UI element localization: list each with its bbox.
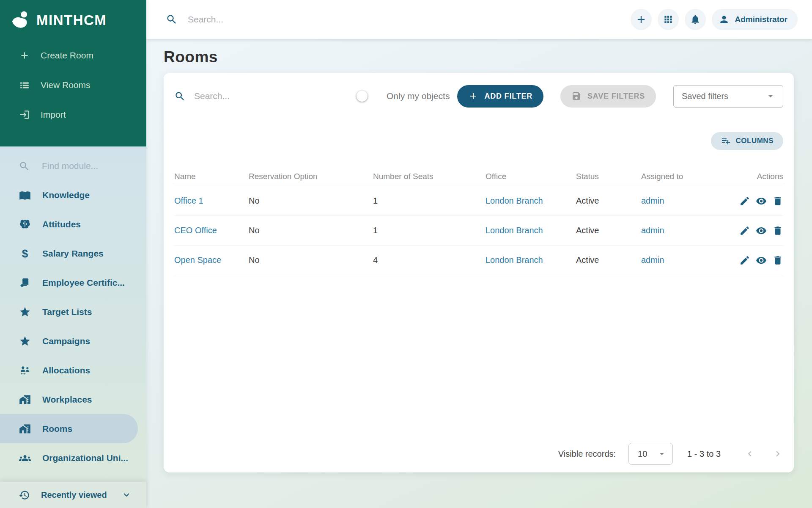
room-name-link[interactable]: Open Space (174, 255, 249, 265)
trash-icon (772, 196, 783, 207)
quick-create-button[interactable] (631, 9, 652, 30)
sidebar-item-employee-certifications[interactable]: Employee Certific... (0, 268, 146, 297)
column-header-office[interactable]: Office (486, 172, 576, 181)
sidebar-item-import[interactable]: Import (0, 100, 146, 130)
search-icon (166, 14, 178, 25)
status-cell: Active (576, 255, 641, 265)
sidebar-item-attitudes[interactable]: Attitudes (0, 210, 146, 239)
eye-icon (756, 225, 767, 236)
trash-icon (772, 255, 783, 266)
user-menu-button[interactable]: Administrator (712, 9, 798, 30)
notifications-bell-icon (690, 14, 701, 25)
edit-button[interactable] (739, 225, 750, 236)
page-size-value: 10 (638, 449, 647, 459)
columns-row: COLUMNS (174, 132, 783, 150)
column-header-name[interactable]: Name (174, 172, 249, 181)
reservation-option-cell: No (249, 226, 373, 235)
chevron-down-icon (121, 489, 132, 500)
number-of-seats-cell: 1 (373, 226, 486, 235)
previous-page-button[interactable] (744, 448, 755, 459)
view-button[interactable] (756, 255, 767, 266)
topbar: Administrator (146, 0, 812, 39)
visible-records-label: Visible records: (558, 449, 616, 459)
caret-down-icon (765, 91, 776, 102)
delete-button[interactable] (772, 255, 783, 266)
list-search (174, 91, 358, 102)
recently-viewed-label: Recently viewed (41, 490, 107, 500)
columns-button[interactable]: COLUMNS (711, 132, 783, 150)
view-button[interactable] (756, 225, 767, 236)
list-icon (19, 79, 30, 91)
room-name-link[interactable]: CEO Office (174, 226, 249, 235)
apps-menu-button[interactable] (658, 9, 679, 30)
recently-viewed-toggle[interactable]: Recently viewed (0, 482, 146, 508)
only-my-objects-label: Only my objects (387, 91, 450, 101)
records-range: 1 - 3 to 3 (687, 449, 721, 459)
view-button[interactable] (756, 196, 767, 207)
edit-button[interactable] (739, 255, 750, 266)
sidebar-item-label: Target Lists (42, 307, 92, 317)
sidebar-item-view-rooms[interactable]: View Rooms (0, 70, 146, 100)
save-filters-button[interactable]: SAVE FILTERS (560, 85, 656, 108)
page-size-select[interactable]: 10 (628, 443, 673, 465)
number-of-seats-cell: 4 (373, 255, 486, 265)
add-filter-label: ADD FILTER (484, 92, 532, 101)
next-page-button[interactable] (772, 448, 783, 459)
assigned-to-link[interactable]: admin (641, 226, 726, 235)
table-row: Open Space No 4 London Branch Active adm… (174, 246, 783, 275)
column-header-status[interactable]: Status (576, 172, 641, 181)
sidebar-item-target-lists[interactable]: Target Lists (0, 297, 146, 326)
column-header-assigned-to[interactable]: Assigned to (641, 172, 726, 181)
add-filter-button[interactable]: ADD FILTER (457, 85, 543, 108)
office-link[interactable]: London Branch (486, 196, 576, 206)
assigned-to-link[interactable]: admin (641, 196, 726, 206)
notifications-button[interactable] (685, 9, 706, 30)
sidebar-item-label: Organizational Uni... (42, 453, 128, 463)
eye-icon (756, 196, 767, 207)
sidebar-item-create-room[interactable]: Create Room (0, 41, 146, 70)
people-transfer-icon (19, 364, 31, 377)
column-header-reservation-option[interactable]: Reservation Option (249, 172, 373, 181)
star-icon (19, 306, 31, 318)
find-module[interactable] (0, 152, 146, 180)
pencil-icon (739, 196, 750, 207)
find-module-input[interactable] (41, 160, 130, 171)
sidebar-item-workplaces[interactable]: Workplaces (0, 385, 146, 414)
save-icon (571, 91, 582, 101)
office-link[interactable]: London Branch (486, 226, 576, 235)
pencil-icon (739, 255, 750, 266)
delete-button[interactable] (772, 225, 783, 236)
certificate-icon (19, 276, 31, 289)
only-my-objects: Only my objects (358, 91, 450, 101)
column-header-number-of-seats[interactable]: Number of Seats (373, 172, 486, 181)
sidebar-item-organizational-units[interactable]: Organizational Uni... (0, 443, 146, 472)
sidebar-item-salary-ranges[interactable]: $ Salary Ranges (0, 239, 146, 268)
trash-icon (772, 225, 783, 236)
app-logo[interactable]: MINTHCM (0, 0, 146, 31)
plus-icon (19, 50, 30, 61)
office-link[interactable]: London Branch (486, 255, 576, 265)
assigned-to-link[interactable]: admin (641, 255, 726, 265)
sidebar-item-allocations[interactable]: Allocations (0, 356, 146, 385)
action-menu: Create Room View Rooms Import (0, 41, 146, 130)
list-search-input[interactable] (193, 91, 295, 102)
eye-icon (756, 255, 767, 266)
groups-icon (19, 452, 31, 464)
sidebar-item-label: Attitudes (42, 219, 81, 229)
room-name-link[interactable]: Office 1 (174, 196, 249, 206)
only-my-objects-toggle[interactable] (358, 92, 378, 100)
filter-bar: Only my objects ADD FILTER SAVE FILTERS (174, 73, 783, 108)
building-home-icon (19, 393, 31, 406)
reservation-option-cell: No (249, 255, 373, 265)
delete-button[interactable] (772, 196, 783, 207)
saved-filters-select[interactable]: Saved filters (673, 85, 783, 108)
global-search-input[interactable] (187, 14, 365, 25)
edit-button[interactable] (739, 196, 750, 207)
save-filters-label: SAVE FILTERS (587, 92, 645, 101)
sidebar-item-knowledge[interactable]: Knowledge (0, 180, 146, 210)
sidebar-item-campaigns[interactable]: Campaigns (0, 326, 146, 356)
star-icon (19, 335, 31, 348)
plus-icon (635, 14, 647, 25)
sidebar-item-rooms[interactable]: Rooms (0, 414, 138, 443)
logo-text: MINTHCM (36, 12, 107, 28)
